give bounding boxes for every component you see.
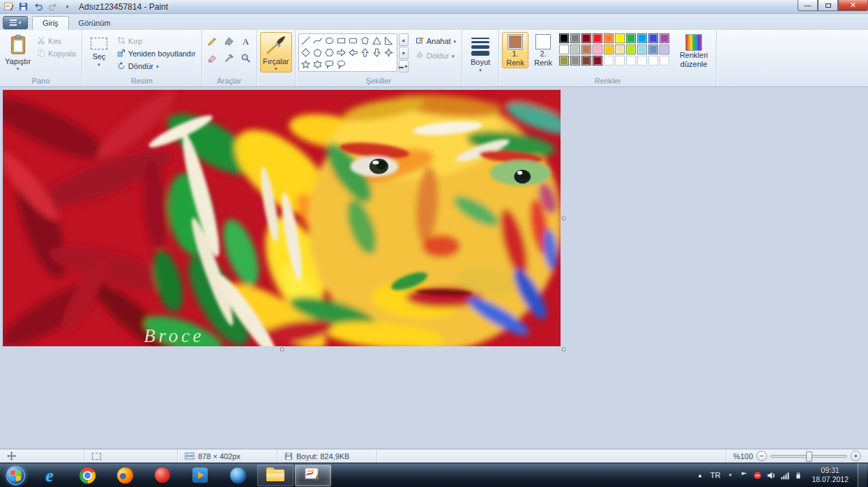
palette-swatch[interactable] [581,33,591,43]
palette-swatch[interactable] [615,56,625,65]
select-button[interactable]: Seç ▾ [85,32,113,68]
shape-arrow-down[interactable] [371,47,383,59]
shape-arrow-left[interactable] [347,47,359,59]
firefox[interactable] [107,465,143,486]
scroll-down-button[interactable]: ▼ [399,47,409,59]
shape-line[interactable] [300,35,312,47]
security-icon[interactable] [753,471,762,480]
zoom-slider[interactable] [770,455,847,458]
shape-arrow-up[interactable] [359,47,371,59]
fill-tool[interactable] [222,33,237,49]
drawing-canvas[interactable]: Broce [3,90,561,346]
palette-swatch[interactable] [637,33,647,43]
palette-swatch[interactable] [626,56,636,65]
undo-button[interactable] [32,1,44,13]
palette-swatch[interactable] [604,56,614,65]
media-player[interactable] [182,465,218,486]
application-menu-button[interactable]: ▾ [3,16,28,29]
palette-swatch[interactable] [559,33,569,43]
rotate-button[interactable]: Döndür ▾ [114,60,199,72]
shape-diamond[interactable] [300,47,312,59]
canvas-resize-handle-bottom[interactable] [280,348,284,351]
start-button[interactable] [0,463,31,487]
customize-qat-button[interactable]: ▾ [61,1,73,13]
color1-button[interactable]: 1. Renk [502,32,528,68]
shape-star-six[interactable] [312,59,323,70]
palette-swatch[interactable] [604,45,614,54]
shape-curve[interactable] [312,35,323,47]
scroll-up-button[interactable]: ▲ [399,33,409,46]
crop-button[interactable]: Kırp [114,35,199,47]
fill-button[interactable]: Doldur ▾ [413,49,459,62]
magnifier-tool[interactable] [238,50,254,65]
palette-swatch[interactable] [648,45,658,54]
tab-view[interactable]: Görünüm [69,17,121,30]
palette-swatch[interactable] [648,33,658,43]
palette-swatch[interactable] [660,45,669,54]
palette-swatch[interactable] [581,45,591,54]
eraser-tool[interactable] [205,50,220,65]
shape-star-five[interactable] [300,59,312,70]
canvas-resize-handle-right[interactable] [562,217,565,220]
palette-swatch[interactable] [593,56,602,65]
palette-swatch[interactable] [615,33,625,43]
brushes-button[interactable]: Fırçalar ▾ [260,32,292,72]
redo-button[interactable] [47,1,59,13]
more-shapes-button[interactable]: ▬▼ [399,60,409,72]
tab-home[interactable]: Giriş [32,16,69,30]
clock[interactable]: 09:31 18.07.2012 [807,466,853,484]
shape-triangle[interactable] [371,35,383,47]
palette-swatch[interactable] [570,45,580,54]
zoom-slider-thumb[interactable] [806,451,812,462]
canvas-resize-handle-corner[interactable] [562,348,565,351]
palette-swatch[interactable] [570,33,580,43]
paste-button[interactable]: Yapıştır ▾ [3,32,33,72]
media-app-red[interactable] [144,465,181,486]
color-picker-tool[interactable] [222,50,237,65]
flag-icon[interactable] [740,471,749,480]
google-chrome[interactable] [69,465,105,486]
palette-swatch[interactable] [593,45,602,54]
palette-swatch[interactable] [648,56,658,65]
color2-button[interactable]: 2. Renk [530,32,556,68]
shape-callout-rounded[interactable] [323,59,335,70]
internet-explorer[interactable]: e [31,465,68,486]
palette-swatch[interactable] [626,33,636,43]
shape-right-triangle[interactable] [383,35,395,47]
zoom-out-button[interactable]: − [756,451,767,461]
pencil-tool[interactable] [205,33,220,49]
palette-swatch[interactable] [581,56,591,65]
palette-swatch[interactable] [615,45,625,54]
shape-arrow-right[interactable] [335,47,347,59]
paint[interactable] [295,465,331,486]
zoom-in-button[interactable]: + [851,451,861,461]
show-desktop-button[interactable] [858,463,867,487]
shape-polygon[interactable] [359,35,371,47]
shape-oval[interactable] [323,35,335,47]
outline-button[interactable]: Anahat ▾ [413,35,459,47]
volume-icon[interactable] [766,471,776,480]
shape-callout-oval[interactable] [335,59,347,70]
palette-swatch[interactable] [637,45,647,54]
messenger[interactable] [220,465,256,486]
copy-button[interactable]: Kopyala [34,47,79,60]
shape-hexagon[interactable] [323,47,335,59]
power-icon[interactable] [794,471,802,480]
close-button[interactable]: ✕ [838,0,868,11]
size-button[interactable]: Boyut ▾ [465,32,496,74]
network-icon[interactable] [780,471,790,480]
save-button[interactable] [17,1,29,13]
palette-swatch[interactable] [604,33,614,43]
show-hidden-icons-button[interactable]: ▲ [694,470,706,481]
palette-swatch[interactable] [660,56,669,65]
text-tool[interactable]: A [238,33,254,49]
palette-swatch[interactable] [626,45,636,54]
cut-button[interactable]: Kes [34,35,79,47]
windows-explorer[interactable] [257,465,294,486]
palette-swatch[interactable] [637,56,647,65]
palette-swatch[interactable] [593,33,602,43]
minimize-button[interactable]: — [798,0,818,11]
language-indicator[interactable]: TR [710,471,721,479]
maximize-button[interactable] [818,0,838,11]
palette-swatch[interactable] [570,56,580,65]
